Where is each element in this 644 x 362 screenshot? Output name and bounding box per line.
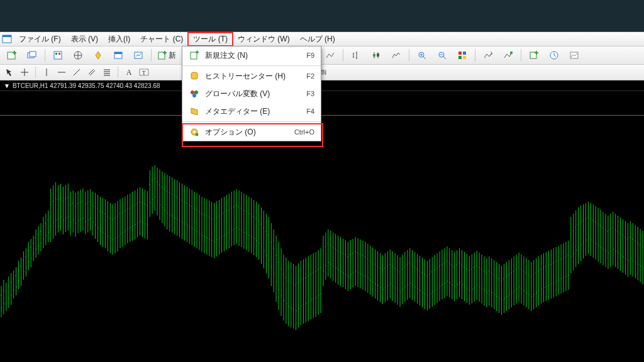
svg-rect-4: [30, 52, 36, 57]
indicators-button[interactable]: [525, 48, 543, 63]
toolbar-drawing: A T D1 W1 MN: [0, 65, 644, 80]
menu-item-label: メタエディター (E): [205, 106, 301, 117]
gear-icon: [189, 127, 200, 137]
new-chart-button[interactable]: [3, 48, 21, 63]
svg-rect-17: [458, 52, 462, 55]
app-window: ファイル (F) 表示 (V) 挿入(I) チャート (C) ツール (T) ウ…: [0, 31, 644, 362]
svg-rect-19: [458, 56, 462, 59]
menu-item-shortcut: F2: [306, 72, 314, 80]
profiles-button[interactable]: [23, 48, 42, 63]
menu-view[interactable]: 表示 (V): [66, 33, 103, 46]
chart-title: BTCEUR,H1 42791.39 42935.75 42740.43 428…: [13, 82, 160, 89]
bar-chart-button[interactable]: [347, 48, 365, 63]
svg-rect-27: [191, 52, 197, 59]
price-chart: [0, 91, 644, 362]
dropdown-triangle-icon[interactable]: ▼: [4, 82, 10, 89]
label-tool[interactable]: T: [137, 66, 151, 79]
separator: [118, 67, 118, 78]
menu-global-variables[interactable]: グローバル変数 (V) F3: [182, 85, 321, 102]
svg-rect-10: [114, 52, 122, 54]
menu-separator: [182, 65, 321, 66]
svg-rect-6: [55, 53, 57, 55]
market-watch-button[interactable]: [48, 48, 67, 63]
svg-rect-7: [58, 53, 60, 55]
menu-tools[interactable]: ツール (T): [188, 33, 233, 46]
crosshair-tool[interactable]: [18, 66, 31, 79]
svg-rect-13: [373, 54, 375, 57]
menu-help[interactable]: ヘルプ (H): [295, 33, 340, 46]
separator: [35, 67, 36, 78]
tools-menu-dropdown: 新規注文 (N) F9 ヒストリーセンター (H) F2 グローバル変数 (V)…: [182, 46, 321, 141]
database-icon: [189, 71, 200, 81]
toolbar-main: 新: [0, 47, 644, 65]
hline-tool[interactable]: [55, 66, 69, 79]
menu-metaeditor[interactable]: メタエディター (E) F4: [182, 102, 321, 120]
menu-item-label: ヒストリーセンター (H): [205, 71, 301, 82]
zoom-in-button[interactable]: [413, 48, 431, 63]
menu-item-label: グローバル変数 (V): [205, 89, 301, 99]
app-icon: [1, 33, 13, 45]
menu-separator: [182, 121, 321, 122]
separator: [343, 49, 343, 62]
new-order-button[interactable]: 新: [155, 48, 179, 63]
menu-insert[interactable]: 挿入(I): [103, 33, 135, 46]
menu-window[interactable]: ウィンドウ (W): [233, 33, 295, 46]
chart-status-bar: ▼ BTCEUR,H1 42791.39 42935.75 42740.43 4…: [0, 80, 644, 91]
svg-point-30: [194, 90, 198, 94]
trendline-tool[interactable]: [70, 66, 84, 79]
menu-options[interactable]: オプション (O) Ctrl+O: [182, 123, 321, 141]
cursor-tool[interactable]: [3, 66, 16, 79]
svg-point-34: [196, 133, 199, 136]
shift-button[interactable]: [479, 48, 497, 63]
globals-icon: [189, 89, 200, 99]
separator: [151, 49, 152, 62]
menu-item-shortcut: F3: [306, 90, 314, 97]
menu-item-shortcut: Ctrl+O: [294, 128, 314, 136]
svg-point-29: [191, 90, 194, 94]
channel-tool[interactable]: [85, 66, 99, 79]
autotrading-button[interactable]: [321, 48, 340, 63]
separator: [409, 49, 409, 62]
svg-rect-18: [463, 52, 466, 55]
zoom-out-button[interactable]: [433, 48, 452, 63]
separator: [521, 49, 521, 62]
menu-item-shortcut: F9: [306, 52, 314, 59]
menu-file[interactable]: ファイル (F): [14, 33, 66, 46]
menu-chart[interactable]: チャート (C): [135, 33, 188, 46]
menu-item-label: 新規注文 (N): [205, 50, 301, 61]
data-window-button[interactable]: [89, 48, 108, 63]
book-icon: [189, 106, 200, 116]
svg-rect-20: [463, 56, 466, 59]
svg-point-33: [193, 131, 196, 133]
separator: [45, 49, 45, 62]
svg-rect-1: [3, 35, 11, 37]
navigator-button[interactable]: [69, 48, 87, 63]
menu-item-shortcut: F4: [306, 107, 314, 115]
svg-rect-21: [510, 52, 513, 54]
autoscroll-button[interactable]: [499, 48, 518, 63]
text-tool[interactable]: A: [122, 66, 136, 79]
strategy-tester-button[interactable]: [129, 48, 148, 63]
new-order-label: 新: [169, 50, 176, 61]
svg-rect-14: [377, 53, 379, 57]
plus-icon: [189, 50, 200, 60]
svg-rect-5: [54, 52, 62, 59]
periods-button[interactable]: [545, 48, 564, 63]
menu-item-label: オプション (O): [205, 127, 289, 138]
candle-chart-button[interactable]: [367, 48, 386, 63]
separator: [475, 49, 475, 62]
vline-tool[interactable]: [40, 66, 53, 79]
menu-bar: ファイル (F) 表示 (V) 挿入(I) チャート (C) ツール (T) ウ…: [0, 32, 644, 47]
fibo-tool[interactable]: [100, 66, 114, 79]
svg-point-31: [192, 94, 196, 97]
tile-windows-button[interactable]: [453, 48, 472, 63]
menu-history-center[interactable]: ヒストリーセンター (H) F2: [182, 67, 321, 85]
line-chart-button[interactable]: [387, 48, 406, 63]
menu-new-order[interactable]: 新規注文 (N) F9: [182, 47, 321, 64]
chart-area[interactable]: [0, 91, 644, 362]
svg-text:T: T: [142, 70, 146, 76]
templates-button[interactable]: [565, 48, 584, 63]
terminal-button[interactable]: [109, 48, 128, 63]
